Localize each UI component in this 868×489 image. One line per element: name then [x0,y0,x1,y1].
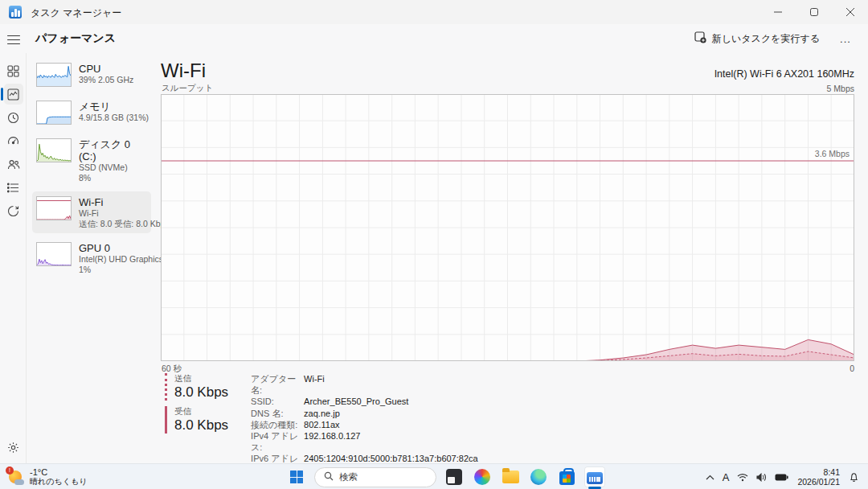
field-row: SSID:Archer_BE550_Pro_Guest [251,396,478,407]
disk-mini-chart [36,138,72,162]
taskbar-copilot[interactable] [472,466,493,487]
chart-caption: スループット [162,83,213,94]
close-button[interactable] [832,0,868,24]
throughput-chart: 3.6 Mbps [161,94,854,361]
titlebar: タスク マネージャー [0,0,868,24]
menu-icon[interactable] [7,32,20,43]
maximize-button[interactable] [796,0,832,24]
nav-rail [0,53,27,463]
main-title: Wi-Fi [161,60,206,82]
field-row: IPv4 アドレス:192.168.0.127 [251,430,478,453]
task-manager-icon [587,472,603,484]
edge-icon [530,469,547,485]
search-placeholder: 検索 [339,471,358,483]
time: 8:41 [797,467,840,477]
taskbar-app-dark[interactable] [444,466,465,487]
notification-bell-icon[interactable] [846,466,862,487]
minimize-button[interactable] [760,0,796,24]
selected-indicator [1,88,3,101]
sidebar-item-services[interactable] [0,199,27,222]
folder-icon [502,471,519,483]
copilot-icon [474,469,490,485]
chart-ymax-label: 5 Mbps [827,84,854,93]
taskbar-file-explorer[interactable] [500,466,521,487]
adapter-name: Intel(R) Wi-Fi 6 AX201 160MHz [714,68,854,80]
run-new-task-label: 新しいタスクを実行する [712,32,820,46]
sidebar-item-users[interactable] [0,153,27,175]
field-row: DNS 名:zaq.ne.jp [251,408,478,419]
gpu-mini-chart [36,242,72,266]
perf-item-memory[interactable]: メモリ 4.9/15.8 GB (31%) [32,96,151,129]
windows-logo-icon [290,471,303,483]
sidebar-item-settings[interactable] [0,436,27,458]
weather-temperature: -1°C [30,467,87,477]
date: 2026/01/21 [797,477,840,487]
perf-item-gpu[interactable]: GPU 0 Intel(R) UHD Graphics 1% [32,237,151,279]
search-input[interactable]: 検索 [314,467,436,487]
taskbar-store[interactable] [556,466,577,487]
hidden-icons-chevron[interactable] [703,466,717,487]
weather-description: 晴れのちくもり [30,477,87,487]
chart-xlabel-right: 0 [850,364,854,373]
header: パフォーマンス 新しいタスクを実行する ... [0,24,868,53]
memory-mini-chart [36,101,72,125]
system-tray: A 8:41 2026/01/21 [703,466,862,488]
perf-item-wifi[interactable]: Wi-Fi Wi-Fi 送信: 8.0 受信: 8.0 Kbps [32,191,151,233]
wifi-mini-chart [36,196,72,220]
store-icon [559,471,575,485]
task-manager-window: タスク マネージャー パフォーマンス 新しいタスクを実行する ... [0,0,868,463]
sidebar-item-app-history[interactable] [0,106,27,129]
perf-item-cpu[interactable]: CPU 39% 2.05 GHz [32,58,151,92]
svg-text:3.6 Mbps: 3.6 Mbps [815,149,850,158]
new-task-icon [694,31,706,46]
taskbar-task-manager[interactable] [584,466,605,487]
taskbar: ! -1°C 晴れのちくもり 検索 [0,463,868,489]
sidebar-item-startup-apps[interactable] [0,129,27,152]
ime-mode-indicator[interactable]: A [720,466,732,487]
performance-list: CPU 39% 2.05 GHz メモリ 4.9/15.8 GB (31%) デ… [32,58,151,283]
dark-app-icon [446,469,462,485]
search-icon [324,471,334,483]
cpu-mini-chart [36,63,72,87]
weather-widget[interactable]: ! -1°C 晴れのちくもり [6,466,87,488]
start-button[interactable] [286,466,307,487]
sidebar-item-processes[interactable] [0,60,27,82]
weather-icon: ! [6,468,24,486]
battery-icon[interactable] [772,466,791,487]
window-title: タスク マネージャー [31,6,121,20]
sidebar-item-details[interactable] [0,176,27,199]
field-row: アダプター名:Wi-Fi [251,373,478,396]
task-manager-app-icon [9,6,22,18]
page-title: パフォーマンス [35,31,116,46]
field-row: 接続の種類:802.11ax [251,419,478,430]
screen: タスク マネージャー パフォーマンス 新しいタスクを実行する ... [0,0,868,489]
send-stat: 送信 8.0 Kbps [165,373,228,401]
taskbar-edge[interactable] [528,466,549,487]
more-options-button[interactable]: ... [834,28,857,49]
run-new-task-button[interactable]: 新しいタスクを実行する [686,28,828,49]
receive-stat: 受信 8.0 Kbps [165,406,228,434]
perf-item-disk[interactable]: ディスク 0 (C:) SSD (NVMe) 8% [32,134,151,187]
wifi-tray-icon[interactable] [735,466,751,487]
clock[interactable]: 8:41 2026/01/21 [794,467,843,487]
sidebar-item-performance[interactable] [0,83,27,105]
volume-icon[interactable] [754,466,769,487]
